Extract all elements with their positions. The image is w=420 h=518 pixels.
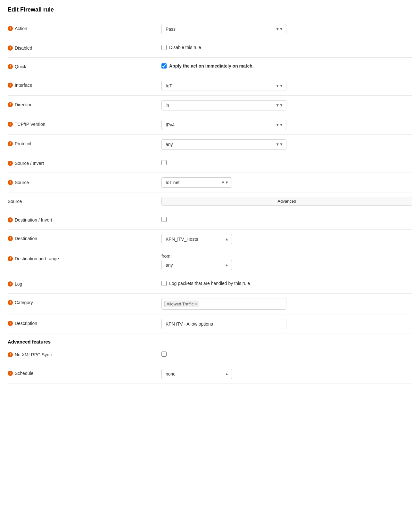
log-checkbox[interactable] (161, 281, 167, 286)
action-label: Action (15, 26, 27, 31)
log-info-icon: i (8, 281, 13, 287)
no-xmlrpc-control (161, 350, 412, 357)
source-control: IoT net any LAN net ▼ (161, 177, 412, 188)
schedule-info-icon: i (8, 371, 13, 376)
destination-info-icon: i (8, 236, 13, 241)
category-label-col: i Category (8, 298, 161, 305)
tcpip-row: i TCP/IP Version IPv4 IPv6 IPv4+IPv6 ▼ (8, 115, 412, 135)
tcpip-select-wrapper: IPv4 IPv6 IPv4+IPv6 ▼ (161, 120, 286, 130)
protocol-select[interactable]: any TCP UDP TCP/UDP ICMP (161, 139, 286, 150)
action-info-icon: i (8, 26, 13, 31)
destination-select-wrapper: KPN_iTV_Hosts any LAN net ▲ (161, 234, 232, 244)
log-label-col: i Log (8, 279, 161, 287)
source-info-icon: i (8, 180, 13, 185)
source-invert-control (161, 159, 412, 165)
from-label: from: (161, 254, 412, 259)
direction-label: Direction (15, 102, 32, 107)
log-row: i Log Log packets that are handled by th… (8, 275, 412, 294)
source-invert-row: i Source / Invert (8, 154, 412, 173)
schedule-row: i Schedule none weekdays weekends ▲ (8, 364, 412, 384)
schedule-select[interactable]: none weekdays weekends (161, 369, 232, 379)
description-row: i Description (8, 314, 412, 334)
dest-port-label-col: i Destination port range (8, 254, 161, 261)
log-checkbox-label: Log packets that are handled by this rul… (169, 281, 250, 286)
dest-invert-row: i Destination / Invert (8, 211, 412, 230)
category-info-icon: i (8, 300, 13, 305)
disabled-checkbox-wrapper: Disable this rule (161, 44, 412, 50)
no-xmlrpc-info-icon: i (8, 352, 13, 357)
action-label-col: i Action (8, 24, 161, 31)
protocol-label: Protocol (15, 141, 31, 146)
description-control (161, 319, 412, 329)
source-invert-label-col: i Source / Invert (8, 159, 161, 166)
page-title: Edit Firewall rule (8, 6, 412, 13)
tcpip-select[interactable]: IPv4 IPv6 IPv4+IPv6 (161, 120, 286, 130)
interface-row: i Interface IoT LAN WAN ▼ (8, 76, 412, 96)
dest-invert-checkbox[interactable] (161, 217, 167, 222)
port-range-container: from: any 80 443 8080 ▲ (161, 254, 412, 270)
no-xmlrpc-checkbox-wrapper (161, 350, 412, 357)
tcpip-info-icon: i (8, 122, 13, 127)
category-label: Category (15, 300, 33, 305)
port-from-select[interactable]: any 80 443 8080 (161, 260, 232, 270)
advanced-button[interactable]: Advanced (161, 197, 412, 206)
direction-label-col: i Direction (8, 100, 161, 107)
source-invert-checkbox-wrapper (161, 159, 412, 165)
description-info-icon: i (8, 321, 13, 326)
source-advanced-row: Source Advanced (8, 192, 412, 211)
dest-invert-checkbox-wrapper (161, 215, 412, 222)
direction-row: i Direction in out ▼ (8, 96, 412, 115)
dest-port-row: i Destination port range from: any 80 44… (8, 249, 412, 275)
disabled-row: i Disabled Disable this rule (8, 39, 412, 58)
dest-port-info-icon: i (8, 256, 13, 261)
source-select[interactable]: IoT net any LAN net (161, 177, 232, 188)
category-tag-input[interactable]: Allowed Traffic × (161, 298, 286, 310)
direction-select[interactable]: in out (161, 100, 286, 110)
quick-info-icon: i (8, 64, 13, 69)
dest-invert-info-icon: i (8, 217, 13, 223)
category-tag-text: Allowed Traffic (167, 302, 194, 306)
source-invert-checkbox[interactable] (161, 160, 167, 165)
quick-checkbox[interactable] (161, 63, 167, 69)
category-row: i Category Allowed Traffic × (8, 294, 412, 314)
quick-control: Apply the action immediately on match. (161, 62, 412, 69)
direction-select-wrapper: in out ▼ (161, 100, 286, 110)
log-checkbox-wrapper: Log packets that are handled by this rul… (161, 279, 412, 286)
destination-row: i Destination KPN_iTV_Hosts any LAN net … (8, 230, 412, 249)
source-select-wrapper: IoT net any LAN net ▼ (161, 177, 232, 188)
source-invert-info-icon: i (8, 161, 13, 166)
dest-port-label: Destination port range (15, 256, 59, 261)
protocol-label-col: i Protocol (8, 139, 161, 146)
source-label-col: i Source (8, 177, 161, 185)
source-label: Source (15, 180, 29, 185)
quick-label: Quick (15, 64, 26, 69)
interface-select[interactable]: IoT LAN WAN (161, 81, 286, 91)
description-input[interactable] (161, 319, 286, 329)
action-select-wrapper: Pass Block Reject ▼ (161, 24, 286, 34)
log-control: Log packets that are handled by this rul… (161, 279, 412, 286)
quick-checkbox-label: Apply the action immediately on match. (169, 63, 254, 69)
disabled-checkbox[interactable] (161, 45, 167, 50)
source-sub-label-col: Source (8, 197, 161, 204)
interface-control: IoT LAN WAN ▼ (161, 81, 412, 91)
destination-label-col: i Destination (8, 234, 161, 241)
advanced-features-heading: Advanced features (8, 334, 412, 346)
source-sub-label: Source (8, 199, 22, 204)
no-xmlrpc-label: No XMLRPC Sync (15, 352, 52, 357)
schedule-label-col: i Schedule (8, 369, 161, 376)
schedule-control: none weekdays weekends ▲ (161, 369, 412, 379)
destination-select[interactable]: KPN_iTV_Hosts any LAN net (161, 234, 232, 244)
no-xmlrpc-checkbox[interactable] (161, 352, 167, 357)
interface-select-wrapper: IoT LAN WAN ▼ (161, 81, 286, 91)
direction-info-icon: i (8, 102, 13, 107)
interface-label-col: i Interface (8, 81, 161, 88)
protocol-row: i Protocol any TCP UDP TCP/UDP ICMP ▼ (8, 135, 412, 154)
category-tag-remove[interactable]: × (195, 302, 197, 306)
disabled-label-col: i Disabled (8, 44, 161, 51)
dest-port-control: from: any 80 443 8080 ▲ (161, 254, 412, 270)
interface-label: Interface (15, 83, 32, 88)
disabled-info-icon: i (8, 45, 13, 51)
action-select[interactable]: Pass Block Reject (161, 24, 286, 34)
tcpip-label-col: i TCP/IP Version (8, 120, 161, 127)
category-control: Allowed Traffic × (161, 298, 412, 310)
